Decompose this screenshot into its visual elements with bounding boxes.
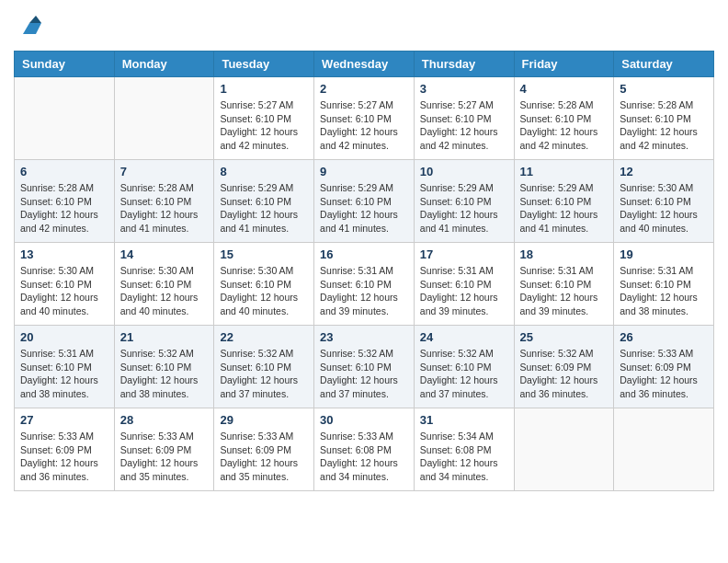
calendar-cell: 11Sunrise: 5:29 AM Sunset: 6:10 PM Dayli… xyxy=(514,160,614,243)
day-info: Sunrise: 5:28 AM Sunset: 6:10 PM Dayligh… xyxy=(520,98,609,153)
day-info: Sunrise: 5:27 AM Sunset: 6:10 PM Dayligh… xyxy=(320,98,408,153)
day-info: Sunrise: 5:30 AM Sunset: 6:10 PM Dayligh… xyxy=(20,264,108,318)
day-number: 15 xyxy=(220,247,308,261)
day-info: Sunrise: 5:33 AM Sunset: 6:09 PM Dayligh… xyxy=(20,430,108,484)
calendar-cell: 22Sunrise: 5:32 AM Sunset: 6:10 PM Dayli… xyxy=(214,326,314,408)
column-header-friday: Friday xyxy=(514,52,614,77)
calendar-cell: 28Sunrise: 5:33 AM Sunset: 6:09 PM Dayli… xyxy=(114,408,214,491)
day-number: 23 xyxy=(320,330,408,344)
day-number: 6 xyxy=(20,165,108,178)
calendar-cell: 4Sunrise: 5:28 AM Sunset: 6:10 PM Daylig… xyxy=(514,77,614,160)
calendar-cell: 23Sunrise: 5:32 AM Sunset: 6:10 PM Dayli… xyxy=(314,326,415,408)
day-info: Sunrise: 5:30 AM Sunset: 6:10 PM Dayligh… xyxy=(120,264,209,318)
day-info: Sunrise: 5:30 AM Sunset: 6:10 PM Dayligh… xyxy=(620,181,708,236)
week-row-1: 1Sunrise: 5:27 AM Sunset: 6:10 PM Daylig… xyxy=(15,77,714,160)
day-number: 12 xyxy=(620,165,708,178)
day-info: Sunrise: 5:31 AM Sunset: 6:10 PM Dayligh… xyxy=(320,264,408,318)
calendar-cell: 27Sunrise: 5:33 AM Sunset: 6:09 PM Dayli… xyxy=(15,408,115,491)
calendar-cell: 31Sunrise: 5:34 AM Sunset: 6:08 PM Dayli… xyxy=(414,408,514,491)
day-info: Sunrise: 5:32 AM Sunset: 6:09 PM Dayligh… xyxy=(520,347,609,401)
calendar-cell: 30Sunrise: 5:33 AM Sunset: 6:08 PM Dayli… xyxy=(314,408,415,491)
calendar-cell: 10Sunrise: 5:29 AM Sunset: 6:10 PM Dayli… xyxy=(414,160,514,243)
day-number: 22 xyxy=(220,330,308,344)
svg-marker-0 xyxy=(23,23,41,34)
calendar-cell xyxy=(514,408,614,491)
day-number: 31 xyxy=(420,413,508,427)
calendar-cell xyxy=(15,77,115,160)
day-info: Sunrise: 5:33 AM Sunset: 6:09 PM Dayligh… xyxy=(120,430,209,484)
calendar-cell: 14Sunrise: 5:30 AM Sunset: 6:10 PM Dayli… xyxy=(114,243,214,326)
day-number: 29 xyxy=(220,413,308,427)
calendar-cell: 26Sunrise: 5:33 AM Sunset: 6:09 PM Dayli… xyxy=(614,326,714,408)
calendar-cell: 15Sunrise: 5:30 AM Sunset: 6:10 PM Dayli… xyxy=(214,243,314,326)
day-info: Sunrise: 5:33 AM Sunset: 6:09 PM Dayligh… xyxy=(620,347,708,401)
day-info: Sunrise: 5:28 AM Sunset: 6:10 PM Dayligh… xyxy=(620,98,708,153)
day-info: Sunrise: 5:29 AM Sunset: 6:10 PM Dayligh… xyxy=(320,181,408,236)
day-number: 2 xyxy=(320,82,408,96)
column-header-thursday: Thursday xyxy=(414,52,514,77)
day-number: 27 xyxy=(20,413,108,427)
week-row-5: 27Sunrise: 5:33 AM Sunset: 6:09 PM Dayli… xyxy=(15,408,714,491)
day-number: 26 xyxy=(620,330,708,344)
calendar-cell: 8Sunrise: 5:29 AM Sunset: 6:10 PM Daylig… xyxy=(214,160,314,243)
day-info: Sunrise: 5:29 AM Sunset: 6:10 PM Dayligh… xyxy=(220,181,308,236)
column-header-sunday: Sunday xyxy=(15,52,115,77)
day-number: 28 xyxy=(120,413,209,427)
day-number: 7 xyxy=(120,165,209,178)
calendar-cell: 6Sunrise: 5:28 AM Sunset: 6:10 PM Daylig… xyxy=(15,160,115,243)
day-number: 10 xyxy=(420,165,508,178)
calendar-cell: 5Sunrise: 5:28 AM Sunset: 6:10 PM Daylig… xyxy=(614,77,714,160)
day-info: Sunrise: 5:33 AM Sunset: 6:08 PM Dayligh… xyxy=(320,430,408,484)
day-info: Sunrise: 5:30 AM Sunset: 6:10 PM Dayligh… xyxy=(220,264,308,318)
calendar-cell xyxy=(114,77,214,160)
calendar-cell: 2Sunrise: 5:27 AM Sunset: 6:10 PM Daylig… xyxy=(314,77,415,160)
day-info: Sunrise: 5:27 AM Sunset: 6:10 PM Dayligh… xyxy=(220,98,308,153)
calendar-cell: 25Sunrise: 5:32 AM Sunset: 6:09 PM Dayli… xyxy=(514,326,614,408)
day-number: 16 xyxy=(320,247,408,261)
column-header-tuesday: Tuesday xyxy=(214,52,314,77)
day-info: Sunrise: 5:29 AM Sunset: 6:10 PM Dayligh… xyxy=(520,181,609,236)
logo-icon xyxy=(16,14,43,41)
day-number: 24 xyxy=(420,330,508,344)
day-info: Sunrise: 5:28 AM Sunset: 6:10 PM Dayligh… xyxy=(20,181,108,236)
day-number: 1 xyxy=(220,82,308,96)
calendar-cell: 13Sunrise: 5:30 AM Sunset: 6:10 PM Dayli… xyxy=(15,243,115,326)
page-header xyxy=(14,14,714,41)
day-number: 5 xyxy=(620,82,708,96)
calendar-cell: 3Sunrise: 5:27 AM Sunset: 6:10 PM Daylig… xyxy=(414,77,514,160)
calendar-cell: 17Sunrise: 5:31 AM Sunset: 6:10 PM Dayli… xyxy=(414,243,514,326)
week-row-3: 13Sunrise: 5:30 AM Sunset: 6:10 PM Dayli… xyxy=(15,243,714,326)
calendar-header-row: SundayMondayTuesdayWednesdayThursdayFrid… xyxy=(15,52,714,77)
day-number: 21 xyxy=(120,330,209,344)
day-number: 8 xyxy=(220,165,308,178)
day-info: Sunrise: 5:29 AM Sunset: 6:10 PM Dayligh… xyxy=(420,181,508,236)
day-info: Sunrise: 5:32 AM Sunset: 6:10 PM Dayligh… xyxy=(420,347,508,401)
calendar-cell: 21Sunrise: 5:32 AM Sunset: 6:10 PM Dayli… xyxy=(114,326,214,408)
day-number: 20 xyxy=(20,330,108,344)
day-number: 18 xyxy=(520,247,609,261)
day-number: 13 xyxy=(20,247,108,261)
day-info: Sunrise: 5:31 AM Sunset: 6:10 PM Dayligh… xyxy=(620,264,708,318)
calendar-cell: 7Sunrise: 5:28 AM Sunset: 6:10 PM Daylig… xyxy=(114,160,214,243)
day-number: 3 xyxy=(420,82,508,96)
calendar-table: SundayMondayTuesdayWednesdayThursdayFrid… xyxy=(14,51,714,491)
day-number: 17 xyxy=(420,247,508,261)
day-info: Sunrise: 5:34 AM Sunset: 6:08 PM Dayligh… xyxy=(420,430,508,484)
calendar-cell: 20Sunrise: 5:31 AM Sunset: 6:10 PM Dayli… xyxy=(15,326,115,408)
day-number: 4 xyxy=(520,82,609,96)
day-info: Sunrise: 5:31 AM Sunset: 6:10 PM Dayligh… xyxy=(520,264,609,318)
day-info: Sunrise: 5:32 AM Sunset: 6:10 PM Dayligh… xyxy=(120,347,209,401)
day-info: Sunrise: 5:32 AM Sunset: 6:10 PM Dayligh… xyxy=(320,347,408,401)
day-number: 9 xyxy=(320,165,408,178)
day-info: Sunrise: 5:33 AM Sunset: 6:09 PM Dayligh… xyxy=(220,430,308,484)
week-row-4: 20Sunrise: 5:31 AM Sunset: 6:10 PM Dayli… xyxy=(15,326,714,408)
calendar-cell: 9Sunrise: 5:29 AM Sunset: 6:10 PM Daylig… xyxy=(314,160,415,243)
column-header-saturday: Saturday xyxy=(614,52,714,77)
week-row-2: 6Sunrise: 5:28 AM Sunset: 6:10 PM Daylig… xyxy=(15,160,714,243)
day-number: 30 xyxy=(320,413,408,427)
day-number: 25 xyxy=(520,330,609,344)
column-header-wednesday: Wednesday xyxy=(314,52,415,77)
calendar-cell: 1Sunrise: 5:27 AM Sunset: 6:10 PM Daylig… xyxy=(214,77,314,160)
day-info: Sunrise: 5:28 AM Sunset: 6:10 PM Dayligh… xyxy=(120,181,209,236)
calendar-cell xyxy=(614,408,714,491)
